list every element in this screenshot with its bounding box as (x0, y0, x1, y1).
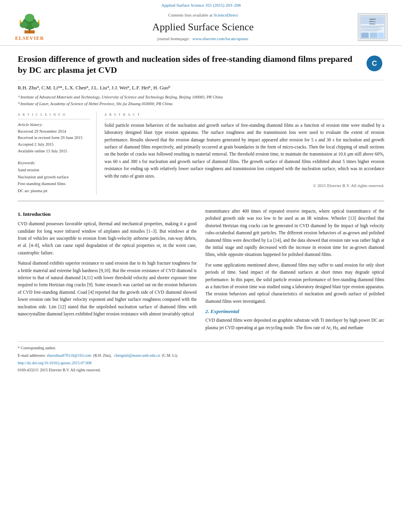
title-section: Erosion difference of growth and nucleat… (18, 54, 384, 80)
svg-text:Science: Science (369, 23, 375, 25)
affiliation-b: ᵇ Institute of Laser, Academy of Science… (18, 100, 384, 107)
journal-header: ELSEVIER Contents lists available at Sci… (0, 9, 402, 45)
svg-point-6 (20, 20, 21, 22)
keyword-4: DC arc plasma jet (18, 187, 90, 195)
svg-point-4 (25, 14, 34, 22)
body-paragraph-2: Natural diamond exhibits superior resist… (18, 260, 197, 317)
footer: * Corresponding author. E-mail addresses… (18, 341, 384, 373)
article-content: Erosion difference of growth and nucleat… (0, 46, 402, 381)
affiliation-a-text: ᵃ Institute of Advanced Materials and Te… (18, 95, 223, 99)
svg-point-8 (38, 20, 40, 22)
abstract-heading: a b s t r a c t (104, 111, 384, 119)
email-label: E-mail addresses: (18, 353, 46, 358)
elsevier-logo-container: ELSEVIER (8, 12, 51, 42)
corresponding-author-note: * Corresponding author. (18, 345, 384, 351)
doi-line: http://dx.doi.org/10.1016/j.apsusc.2015.… (18, 360, 384, 366)
body-columns: 1. Introduction CVD diamond possesses fa… (18, 208, 384, 334)
svg-text:C: C (372, 59, 377, 67)
corresponding-label: * Corresponding author. (18, 346, 56, 350)
journal-citation: Applied Surface Science 355 (2015) 203–2… (161, 3, 240, 7)
issn-copyright-line: 0169-4332/© 2015 Elsevier B.V. All right… (18, 367, 384, 373)
doi-link[interactable]: http://dx.doi.org/10.1016/j.apsusc.2015.… (18, 361, 91, 365)
keyword-3: Free-standing diamond films (18, 180, 90, 187)
email-addresses-line: E-mail addresses: zhuruihua870116@163.co… (18, 352, 384, 358)
available-online-date: Available online 13 July 2015 (18, 148, 90, 155)
affiliation-a: ᵃ Institute of Advanced Materials and Te… (18, 94, 384, 100)
svg-text:Surface: Surface (369, 20, 376, 22)
svg-rect-22 (370, 33, 377, 38)
section1-number: 1. (18, 211, 22, 217)
authors-text: R.H. Zhuᵃ, C.M. Liᵃ*, L.X. Chenᵃ, J.L. L… (18, 85, 171, 91)
section1-title-text: Introduction (23, 211, 51, 217)
section2-title-text: Experimental (210, 308, 239, 314)
received-revised-date: Received in revised form 29 June 2015 (18, 135, 90, 141)
journal-homepage-line: journal homepage: www.elsevier.com/locat… (51, 36, 355, 42)
body-paragraph-1: CVD diamond possesses favorable optical,… (18, 220, 197, 256)
authors-line: R.H. Zhuᵃ, C.M. Liᵃ*, L.X. Chenᵃ, J.L. L… (18, 84, 384, 91)
body-paragraph-5: CVD diamond films were deposited on grap… (205, 317, 384, 331)
svg-rect-23 (378, 33, 383, 38)
contents-prefix: Contents lists available at (168, 13, 212, 17)
email2-name: (C.M. Li). (162, 353, 178, 358)
elsevier-logo: ELSEVIER (15, 12, 44, 42)
keyword-2: Nucleation and growth surface (18, 174, 90, 181)
article-info-heading: a r t i c l e i n f o (18, 111, 90, 119)
elsevier-tree-icon (16, 12, 43, 34)
accepted-date: Accepted 2 July 2015 (18, 141, 90, 148)
section2-title: 2. Experimental (205, 308, 384, 315)
journal-cover-thumbnail: Applied Surface Science (358, 13, 387, 41)
elsevier-wordmark: ELSEVIER (15, 35, 44, 42)
body-right-column: transmittance after 400 times of repeate… (205, 208, 384, 334)
journal-cover-svg: Applied Surface Science (359, 15, 386, 39)
abstract-text: Solid particle erosion behaviors of the … (104, 122, 384, 180)
homepage-prefix: journal homepage: (157, 36, 190, 41)
history-label: Article history: (18, 122, 43, 127)
keywords-label: Keywords: (18, 161, 35, 165)
article-info-column: a r t i c l e i n f o Article history: R… (18, 111, 97, 195)
crossmark-badge[interactable]: C (367, 56, 384, 73)
journal-citation-bar: Applied Surface Science 355 (2015) 203–2… (0, 0, 402, 9)
journal-title-center: Contents lists available at ScienceDirec… (51, 12, 355, 42)
homepage-url[interactable]: www.elsevier.com/locate/apsusc (192, 36, 249, 41)
affiliation-b-text: ᵇ Institute of Laser, Academy of Science… (18, 102, 172, 106)
received-date: Received 29 November 2014 (18, 128, 90, 135)
page: Applied Surface Science 355 (2015) 203–2… (0, 0, 402, 532)
email1[interactable]: zhuruihua870116@163.com (47, 353, 91, 358)
abstract-column: a b s t r a c t Solid particle erosion b… (104, 111, 384, 195)
email1-name: (R.H. Zhu), (93, 353, 112, 358)
section1-title: 1. Introduction (18, 211, 197, 218)
article-title: Erosion difference of growth and nucleat… (18, 54, 367, 76)
abstract-copyright: © 2015 Elsevier B.V. All rights reserved… (104, 183, 384, 189)
email2[interactable]: chengmli@mater.ustb.edu.cn (114, 353, 160, 358)
sciencedirect-link[interactable]: ScienceDirect (214, 13, 238, 17)
keyword-1: Sand erosion (18, 167, 90, 174)
crossmark-icon[interactable]: C (367, 56, 382, 71)
keywords-box: Keywords: Sand erosion Nucleation and gr… (18, 159, 90, 195)
body-left-column: 1. Introduction CVD diamond possesses fa… (18, 208, 197, 334)
svg-rect-21 (361, 33, 368, 38)
section2-number: 2. (205, 308, 209, 314)
info-abstract-columns: a r t i c l e i n f o Article history: R… (18, 111, 384, 195)
svg-text:Applied: Applied (369, 18, 376, 20)
body-paragraph-3: transmittance after 400 times of repeate… (205, 208, 384, 258)
article-history: Article history: Received 29 November 20… (18, 122, 90, 155)
sciencedirect-line: Contents lists available at ScienceDirec… (51, 12, 355, 18)
journal-title: Applied Surface Science (51, 20, 355, 34)
body-paragraph-4: For some applications mentioned above, d… (205, 261, 384, 305)
affiliations: ᵃ Institute of Advanced Materials and Te… (18, 94, 384, 107)
section-divider (18, 201, 384, 201)
journal-cover-container: Applied Surface Science (355, 13, 390, 41)
